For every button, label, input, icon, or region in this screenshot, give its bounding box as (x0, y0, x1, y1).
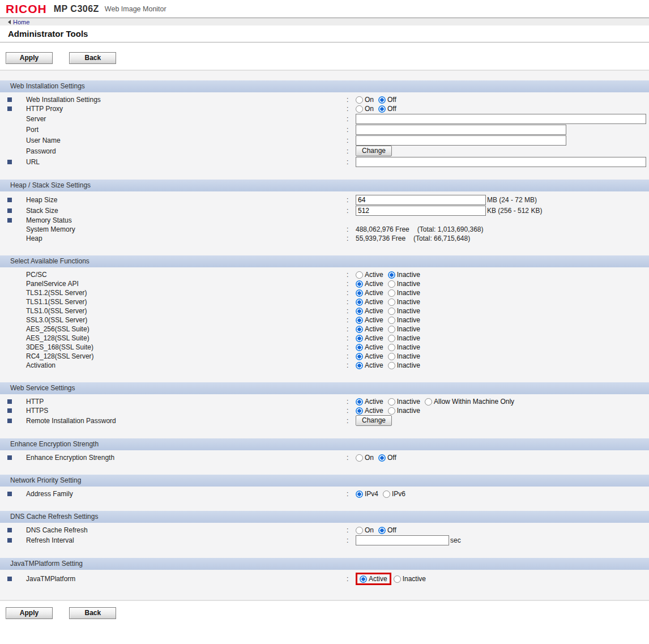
apply-button-top[interactable]: Apply (6, 52, 53, 64)
radio-icon[interactable] (356, 491, 363, 498)
radio-icon[interactable] (356, 344, 363, 351)
radio-icon[interactable] (360, 575, 367, 583)
activation-active-radio[interactable]: Active (356, 361, 383, 369)
https-active-radio[interactable]: Active (356, 407, 383, 415)
radio-icon[interactable] (356, 317, 363, 324)
proxy-port-input[interactable] (356, 125, 566, 135)
tls10-active-radio[interactable]: Active (356, 307, 383, 315)
radio-icon[interactable] (394, 575, 401, 583)
radio-icon[interactable] (356, 362, 363, 369)
radio-icon[interactable] (356, 298, 363, 306)
radio-icon[interactable] (378, 527, 386, 534)
row-label: Activation (26, 361, 55, 369)
refresh-interval-input[interactable] (356, 535, 449, 545)
radio-icon[interactable] (388, 308, 395, 315)
enhance-encryption-on-radio[interactable]: On (356, 454, 374, 462)
radio-icon[interactable] (356, 96, 363, 104)
radio-icon[interactable] (388, 362, 395, 369)
remote-install-password-change-button[interactable]: Change (356, 415, 392, 426)
web-install-off-radio[interactable]: Off (378, 96, 396, 104)
url-input[interactable] (356, 157, 646, 167)
radio-icon[interactable] (356, 398, 363, 406)
stack-size-input[interactable] (356, 206, 486, 216)
tls11-inactive-radio[interactable]: Inactive (388, 298, 420, 306)
panelservice-active-radio[interactable]: Active (356, 280, 383, 288)
radio-icon[interactable] (388, 344, 395, 351)
aes128-inactive-radio[interactable]: Inactive (388, 334, 420, 342)
home-link[interactable]: Home (8, 19, 29, 25)
3des168-active-radio[interactable]: Active (356, 343, 383, 351)
enhance-encryption-off-radio[interactable]: Off (378, 454, 396, 462)
radio-icon[interactable] (356, 326, 363, 333)
radio-icon[interactable] (388, 407, 395, 415)
radio-icon[interactable] (425, 398, 432, 406)
ipv4-radio[interactable]: IPv4 (356, 490, 378, 498)
http-allow-within-machine-radio[interactable]: Allow Within Machine Only (425, 398, 514, 406)
https-inactive-radio[interactable]: Inactive (388, 407, 420, 415)
radio-icon[interactable] (378, 105, 386, 113)
row-web-installation-settings: Web Installation Settings : On Off (0, 95, 649, 104)
radio-icon[interactable] (388, 353, 395, 360)
radio-icon[interactable] (378, 454, 386, 462)
radio-icon[interactable] (356, 407, 363, 415)
tls10-inactive-radio[interactable]: Inactive (388, 307, 420, 315)
tls11-active-radio[interactable]: Active (356, 298, 383, 306)
dns-refresh-off-radio[interactable]: Off (378, 526, 396, 534)
ipv6-radio[interactable]: IPv6 (383, 490, 405, 498)
rc4128-active-radio[interactable]: Active (356, 352, 383, 360)
http-proxy-on-radio[interactable]: On (356, 105, 374, 113)
radio-icon[interactable] (388, 271, 395, 279)
radio-icon[interactable] (356, 105, 363, 113)
settings-content: Web Installation Settings Web Installati… (0, 71, 649, 600)
row-label: User Name (26, 137, 61, 144)
java-platform-inactive-radio[interactable]: Inactive (394, 575, 426, 583)
radio-icon[interactable] (356, 289, 363, 297)
radio-icon[interactable] (388, 289, 395, 297)
proxy-user-name-input[interactable] (356, 135, 566, 146)
radio-icon[interactable] (356, 353, 363, 360)
web-install-on-radio[interactable]: On (356, 96, 374, 104)
pcsc-inactive-radio[interactable]: Inactive (388, 271, 420, 279)
heap-size-input[interactable] (356, 195, 486, 205)
radio-icon[interactable] (388, 335, 395, 342)
radio-icon[interactable] (388, 326, 395, 333)
bullet-icon (7, 577, 12, 581)
tls12-inactive-radio[interactable]: Inactive (388, 289, 420, 297)
radio-icon[interactable] (356, 527, 363, 534)
back-button-bottom[interactable]: Back (69, 607, 116, 619)
radio-icon[interactable] (356, 335, 363, 342)
radio-icon[interactable] (356, 280, 363, 288)
aes256-active-radio[interactable]: Active (356, 325, 383, 333)
radio-label: On (365, 105, 374, 113)
ssl30-inactive-radio[interactable]: Inactive (388, 316, 420, 324)
radio-icon[interactable] (356, 454, 363, 462)
dns-refresh-on-radio[interactable]: On (356, 526, 374, 534)
radio-icon[interactable] (356, 308, 363, 315)
tls12-active-radio[interactable]: Active (356, 289, 383, 297)
proxy-server-input[interactable] (356, 114, 646, 124)
http-proxy-off-radio[interactable]: Off (378, 105, 396, 113)
activation-inactive-radio[interactable]: Inactive (388, 361, 420, 369)
radio-icon[interactable] (388, 298, 395, 306)
java-platform-active-radio[interactable]: Active (360, 575, 387, 583)
ssl30-active-radio[interactable]: Active (356, 316, 383, 324)
radio-icon[interactable] (378, 96, 386, 104)
radio-icon[interactable] (388, 280, 395, 288)
aes256-inactive-radio[interactable]: Inactive (388, 325, 420, 333)
radio-icon[interactable] (383, 491, 390, 498)
http-active-radio[interactable]: Active (356, 398, 383, 406)
radio-icon[interactable] (388, 317, 395, 324)
row-remote-installation-password: Remote Installation Password : Change (0, 415, 649, 426)
back-button-top[interactable]: Back (69, 52, 116, 64)
apply-button-bottom[interactable]: Apply (6, 607, 53, 619)
radio-icon[interactable] (388, 398, 395, 406)
aes128-active-radio[interactable]: Active (356, 334, 383, 342)
panelservice-inactive-radio[interactable]: Inactive (388, 280, 420, 288)
3des168-inactive-radio[interactable]: Inactive (388, 343, 420, 351)
pcsc-active-radio[interactable]: Active (356, 271, 383, 279)
radio-icon[interactable] (356, 271, 363, 279)
http-inactive-radio[interactable]: Inactive (388, 398, 420, 406)
password-change-button[interactable]: Change (356, 146, 392, 156)
radio-label: Off (387, 526, 396, 534)
rc4128-inactive-radio[interactable]: Inactive (388, 352, 420, 360)
